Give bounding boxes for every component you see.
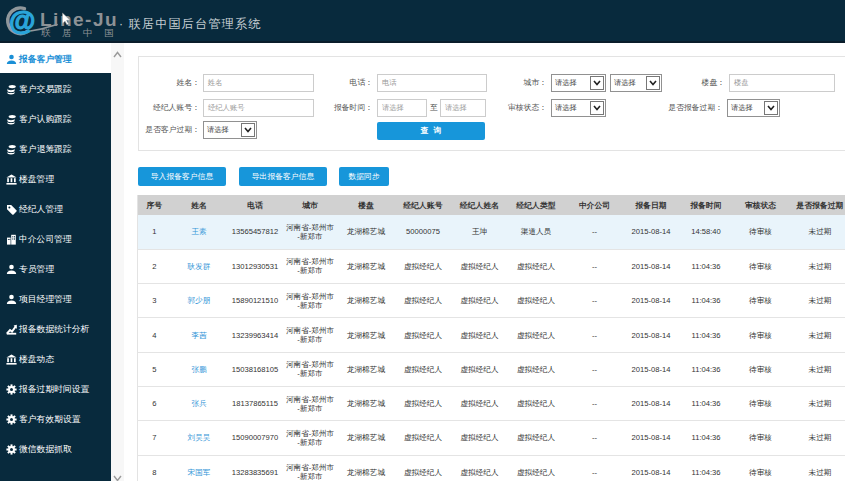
svg-text:联居中国: 联居中国 xyxy=(41,27,125,38)
svg-text:@: @ xyxy=(9,6,35,36)
svg-text:· 联居中国后台管理系统: · 联居中国后台管理系统 xyxy=(119,17,262,31)
